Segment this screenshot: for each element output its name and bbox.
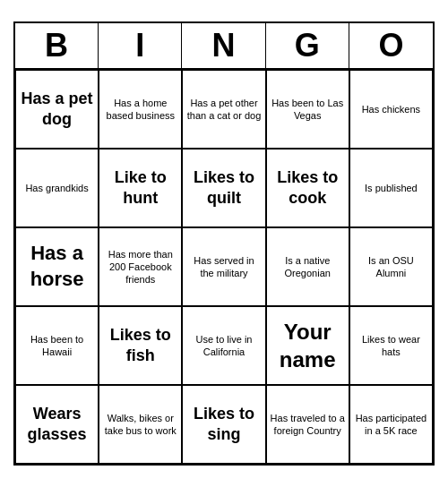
bingo-cell-3: Has been to Las Vegas bbox=[266, 70, 349, 149]
bingo-header: BINGO bbox=[15, 23, 433, 70]
bingo-cell-17: Use to live in California bbox=[182, 306, 265, 385]
header-letter-o: O bbox=[349, 23, 433, 68]
bingo-card: BINGO Has a pet dogHas a home based busi… bbox=[13, 21, 435, 466]
header-letter-g: G bbox=[266, 23, 349, 68]
bingo-cell-20: Wears glasses bbox=[15, 385, 99, 464]
bingo-grid: Has a pet dogHas a home based businessHa… bbox=[15, 70, 433, 464]
bingo-cell-7: Likes to quilt bbox=[182, 149, 265, 227]
bingo-cell-13: Is a native Oregonian bbox=[266, 227, 349, 306]
bingo-cell-10: Has a horse bbox=[15, 227, 99, 306]
bingo-cell-16: Likes to fish bbox=[99, 306, 182, 385]
bingo-cell-0: Has a pet dog bbox=[15, 70, 99, 149]
bingo-cell-18: Your name bbox=[266, 306, 349, 385]
bingo-cell-14: Is an OSU Alumni bbox=[349, 227, 433, 306]
bingo-cell-22: Likes to sing bbox=[182, 385, 265, 464]
header-letter-b: B bbox=[15, 23, 99, 68]
bingo-cell-6: Like to hunt bbox=[99, 149, 182, 227]
bingo-cell-8: Likes to cook bbox=[266, 149, 349, 227]
bingo-cell-9: Is published bbox=[349, 149, 433, 227]
bingo-cell-21: Walks, bikes or take bus to work bbox=[99, 385, 182, 464]
bingo-cell-2: Has a pet other than a cat or dog bbox=[182, 70, 265, 149]
bingo-cell-5: Has grandkids bbox=[15, 149, 99, 227]
bingo-cell-11: Has more than 200 Facebook friends bbox=[99, 227, 182, 306]
bingo-cell-19: Likes to wear hats bbox=[349, 306, 433, 385]
header-letter-n: N bbox=[182, 23, 265, 68]
header-letter-i: I bbox=[99, 23, 182, 68]
bingo-cell-23: Has traveled to a foreign Country bbox=[266, 385, 349, 464]
bingo-cell-12: Has served in the military bbox=[182, 227, 265, 306]
bingo-cell-1: Has a home based business bbox=[99, 70, 182, 149]
bingo-cell-24: Has participated in a 5K race bbox=[349, 385, 433, 464]
bingo-cell-4: Has chickens bbox=[349, 70, 433, 149]
bingo-cell-15: Has been to Hawaii bbox=[15, 306, 99, 385]
